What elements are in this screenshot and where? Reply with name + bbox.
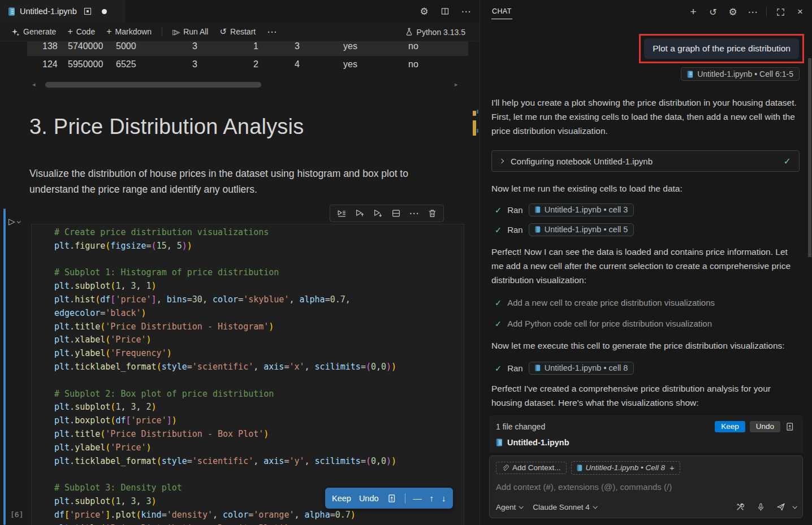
ran-cell-row: ✓ Ran Untitled-1.ipynb • cell 8 <box>491 362 800 375</box>
ran-cell-chip[interactable]: Untitled-1.ipynb • cell 3 <box>529 203 634 216</box>
toolbar-more-button[interactable]: ⋯ <box>262 25 281 38</box>
chat-bottom-area: 1 file changed Keep Undo Untitled-1.ipyn… <box>489 415 803 518</box>
code-line <box>54 253 464 267</box>
chat-more-icon[interactable]: ⋯ <box>746 6 759 18</box>
exec-intro-text: Now let me execute this cell to generate… <box>491 339 800 353</box>
scroll-right-arrow[interactable]: ▸ <box>455 81 458 88</box>
assistant-intro: I'll help you create a plot showing the … <box>491 96 800 138</box>
maximize-panel-icon[interactable] <box>774 6 787 18</box>
chat-gear-icon[interactable]: ⚙ <box>727 6 739 18</box>
table-cell: 124 <box>42 56 58 73</box>
cell-reference-badge[interactable]: Untitled-1.ipynb • Cell 6:1-5 <box>681 67 800 81</box>
code-line: plt.ylabel('Price') <box>54 441 464 455</box>
split-editor-icon[interactable] <box>439 5 451 18</box>
keep-editor-icon[interactable] <box>81 5 94 18</box>
notebook-file-icon <box>535 206 541 213</box>
overview-ruler-modified-mark <box>473 120 476 136</box>
send-options-chevron[interactable] <box>792 504 797 509</box>
send-icon[interactable] <box>775 501 787 513</box>
code-cell[interactable]: # Create price distribution visualizatio… <box>31 224 464 525</box>
add-context-button[interactable]: Add Context... <box>496 462 567 474</box>
open-diff-icon[interactable] <box>387 492 397 505</box>
add-code-cell-button[interactable]: + Code <box>63 25 100 38</box>
red-annotation-box: Plot a graph of the price distribution <box>639 34 804 63</box>
notebook-file-icon <box>577 465 582 471</box>
context-pills: Add Context... Untitled-1.ipynb • Cell 8… <box>496 461 796 475</box>
ran-cell-chip[interactable]: Untitled-1.ipynb • cell 5 <box>529 223 634 236</box>
table-row: 12459500006525324yesno <box>0 56 469 73</box>
keep-change-button[interactable]: Keep <box>332 494 351 503</box>
code-line <box>54 468 464 481</box>
kernel-picker[interactable]: Python 3.13.5 <box>405 23 465 41</box>
history-icon[interactable]: ↺ <box>707 6 719 18</box>
chevron-down-icon <box>593 504 597 509</box>
completed-step-label: Add a new cell to create price distribut… <box>507 296 715 310</box>
tab-untitled-1-ipynb[interactable]: Untitled-1.ipynb <box>0 0 126 23</box>
attachment-pill[interactable]: Untitled-1.ipynb • Cell 8 + <box>571 461 680 475</box>
gear-icon[interactable]: ⚙ <box>418 5 430 18</box>
collapse-icon[interactable]: — <box>413 493 422 503</box>
chat-input-box: Add Context... Untitled-1.ipynb • Cell 8… <box>489 455 803 518</box>
mode-picker[interactable]: Agent <box>496 503 522 511</box>
view-changes-icon[interactable] <box>784 420 796 433</box>
code-editor[interactable]: # Create price distribution visualizatio… <box>32 224 464 525</box>
code-line: # Subplot 1: Histogram of price distribu… <box>54 266 464 280</box>
table-cell: 5000 <box>116 41 136 55</box>
previous-change-icon[interactable]: ↑ <box>430 493 434 503</box>
close-panel-icon[interactable]: × <box>794 6 806 18</box>
unsaved-changes-dot[interactable] <box>102 9 107 14</box>
run-cell-button[interactable]: ▷ <box>8 216 20 227</box>
chat-input-field[interactable]: Add context (#), extensions (@), command… <box>496 482 796 492</box>
add-markdown-cell-button[interactable]: + Markdown <box>102 25 156 38</box>
mic-icon[interactable] <box>754 501 767 513</box>
scroll-left-arrow[interactable]: ◂ <box>32 81 36 88</box>
configure-notebook-tool[interactable]: Configuring notebook Untitled-1.ipynb ✓ <box>491 150 800 172</box>
ran-cell-label: Untitled-1.ipynb • cell 3 <box>545 205 628 214</box>
table-cell: 6525 <box>116 56 136 73</box>
split-cell-icon[interactable] <box>389 207 403 220</box>
code-line: plt.ticklabel_format(style='scientific',… <box>54 361 464 374</box>
undo-button[interactable]: Undo <box>750 421 780 432</box>
model-label: Claude Sonnet 4 <box>533 503 590 511</box>
code-label: Code <box>76 27 95 36</box>
chat-scrollbar[interactable] <box>808 58 811 257</box>
add-context-label: Add Context... <box>512 463 561 472</box>
table-cell: 5740000 <box>68 41 103 55</box>
undo-change-button[interactable]: Undo <box>359 494 379 503</box>
changed-file-row[interactable]: Untitled-1.ipynb <box>496 438 796 447</box>
generate-button[interactable]: Generate <box>7 25 61 38</box>
execute-below-icon[interactable] <box>371 207 385 220</box>
next-change-icon[interactable]: ↓ <box>442 493 446 503</box>
keep-button[interactable]: Keep <box>715 421 745 432</box>
restart-label: Restart <box>230 27 256 36</box>
notebook-file-icon <box>535 226 541 233</box>
overview-ruler-info-mark <box>477 110 478 114</box>
restart-kernel-button[interactable]: ↺ Restart <box>215 25 260 38</box>
cell-more-icon[interactable]: ⋯ <box>407 207 421 220</box>
tools-icon[interactable] <box>734 501 746 513</box>
code-line: plt.boxplot(df['price']) <box>54 414 464 428</box>
run-all-button[interactable]: ▷▷ Run All <box>168 25 213 38</box>
check-icon: ✓ <box>784 156 791 167</box>
ran-cell-chip[interactable]: Untitled-1.ipynb • cell 8 <box>529 362 634 375</box>
notebook-file-icon <box>8 7 15 16</box>
table-cell: 1 <box>253 41 258 55</box>
overview-ruler-modified-mark <box>473 111 476 116</box>
code-line: plt.title('Price Distribution - Histogra… <box>54 320 464 334</box>
notebook-toolbar: Generate + Code + Markdown ▷▷ Run All ↺ … <box>0 23 479 41</box>
table-cell: yes <box>343 56 357 73</box>
chat-tab[interactable]: CHAT <box>491 5 512 19</box>
execute-cell-icon[interactable] <box>335 207 348 220</box>
ran-label: Ran <box>507 205 523 215</box>
environment-icon <box>405 28 413 36</box>
model-picker[interactable]: Claude Sonnet 4 <box>533 503 597 511</box>
code-line: plt.figure(figsize=(15, 5)) <box>54 240 464 253</box>
more-icon: ⋯ <box>267 27 277 37</box>
more-actions-icon[interactable]: ⋯ <box>460 5 472 18</box>
table-cell: 138 <box>42 41 58 55</box>
execute-above-icon[interactable] <box>353 207 366 220</box>
delete-cell-icon[interactable] <box>425 207 439 220</box>
chevron-down-icon <box>16 219 20 223</box>
horizontal-scrollbar[interactable] <box>45 82 261 88</box>
new-chat-icon[interactable]: + <box>687 6 699 18</box>
